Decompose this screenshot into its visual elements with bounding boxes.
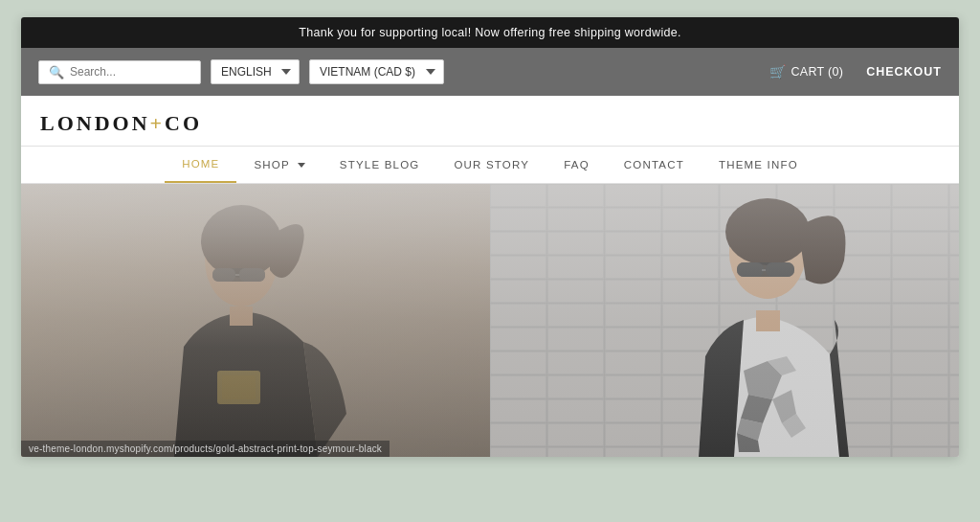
svg-rect-21	[737, 262, 764, 277]
nav-item-our-story[interactable]: OUR STORY	[436, 148, 546, 182]
site-logo[interactable]: LONDON+CO	[40, 111, 940, 136]
cart-link[interactable]: 🛒 CART (0)	[769, 64, 843, 79]
checkout-link[interactable]: CHECKOUT	[866, 65, 942, 79]
logo-text-left: LONDON	[40, 111, 150, 135]
svg-point-18	[729, 207, 806, 299]
announcement-text: Thank you for supporting local! Now offe…	[299, 26, 681, 39]
search-input[interactable]	[70, 65, 190, 79]
language-select[interactable]: ENGLISH	[211, 59, 300, 84]
svg-rect-24	[756, 310, 780, 331]
search-icon: 🔍	[49, 65, 64, 79]
nav-item-home[interactable]: HOME	[165, 147, 236, 183]
svg-point-19	[725, 198, 810, 265]
svg-marker-25	[744, 361, 782, 399]
shop-dropdown-icon	[298, 163, 305, 168]
browser-frame: Thank you for supporting local! Now offe…	[21, 17, 959, 457]
hero-image-right[interactable]	[490, 184, 959, 457]
nav-item-faq[interactable]: FAQ	[546, 148, 607, 182]
nav-item-contact[interactable]: CONTACT	[607, 148, 702, 182]
nav-label-style-blog: STYLE BLOG	[340, 159, 420, 170]
nav-label-our-story: OUR STORY	[454, 159, 529, 170]
svg-marker-31	[737, 433, 760, 452]
nav-item-theme-info[interactable]: THEME INFO	[702, 148, 815, 182]
hero-right-bg	[490, 184, 959, 457]
cart-label: CART (0)	[791, 65, 843, 79]
svg-marker-30	[782, 414, 806, 438]
nav-label-faq: FAQ	[564, 159, 590, 170]
nav-label-home: HOME	[182, 158, 219, 170]
svg-marker-28	[768, 356, 796, 375]
svg-marker-26	[741, 395, 772, 423]
svg-marker-27	[772, 390, 796, 423]
svg-rect-22	[766, 262, 794, 277]
cart-icon: 🛒	[769, 64, 786, 79]
logo-plus: +	[150, 111, 166, 135]
announcement-bar: Thank you for supporting local! Now offe…	[21, 17, 959, 48]
svg-rect-17	[490, 184, 959, 457]
nav-label-contact: CONTACT	[624, 159, 684, 170]
nav-item-shop[interactable]: SHOP	[236, 148, 322, 182]
nav-bar: HOME SHOP STYLE BLOG OUR STORY FAQ CONTA…	[21, 146, 959, 184]
search-box[interactable]: 🔍	[38, 60, 201, 84]
svg-rect-20	[737, 262, 794, 277]
hero-section: ve-theme-london.myshopify.com/products/g…	[21, 184, 959, 457]
checkout-label: CHECKOUT	[866, 65, 942, 79]
nav-label-shop: SHOP	[254, 159, 289, 170]
svg-marker-29	[737, 419, 763, 441]
site-header: 🔍 ENGLISH VIETNAM (CAD $) 🛒 CART (0) CHE…	[21, 48, 959, 96]
logo-area: LONDON+CO	[21, 96, 959, 146]
currency-select[interactable]: VIETNAM (CAD $)	[309, 59, 444, 84]
svg-rect-12	[490, 184, 959, 457]
nav-item-style-blog[interactable]: STYLE BLOG	[323, 148, 437, 182]
logo-text-right: CO	[165, 111, 202, 135]
nav-label-theme-info: THEME INFO	[719, 159, 798, 170]
